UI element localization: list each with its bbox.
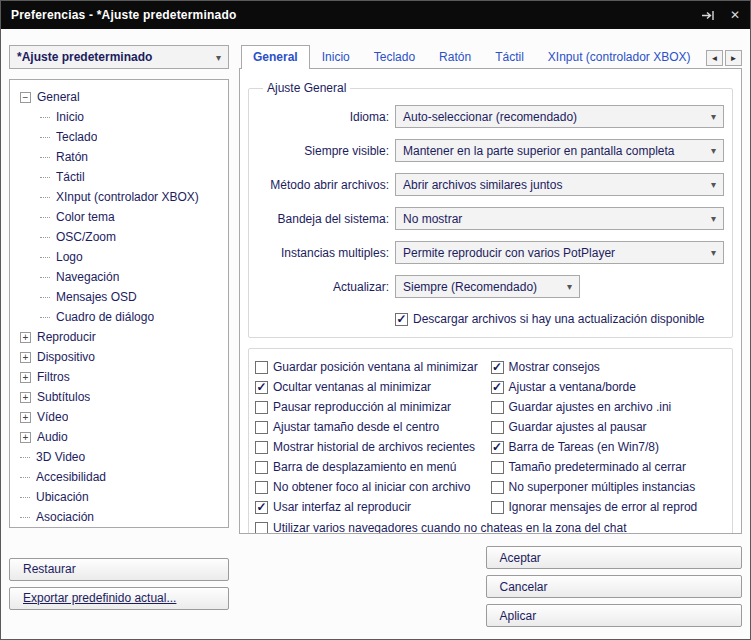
checkbox-unchecked-icon[interactable] [255,361,268,374]
exportar-predefinido-actual-button[interactable]: Exportar predefinido actual... [9,587,229,610]
checkbox-unchecked-icon[interactable] [491,501,504,514]
checkbox-ajustar-tamano-desde-el-centro[interactable]: Ajustar tamaño desde el centro [255,417,491,437]
preset-select[interactable]: *Ajuste predeterminado ▾ [9,45,229,69]
checkbox-usar-interfaz-al-reproducir[interactable]: ✓Usar interfaz al reproducir [255,497,491,517]
tree-item-color-tema[interactable]: Color tema [14,207,224,227]
tree-item-label: Cuadro de diálogo [56,310,154,324]
checkbox-pausar-reproduccion-al-minimizar[interactable]: Pausar reproducción al minimizar [255,397,491,417]
checkbox-checked-icon[interactable]: ✓ [255,381,268,394]
chevron-down-icon: ▾ [567,281,572,292]
tree-item-asociacion[interactable]: Asociación [14,507,224,527]
tree-item-dispositivo[interactable]: +Dispositivo [14,347,224,367]
checkbox-descargar-archivos-actualizacion[interactable]: ✓ Descargar archivos si hay una actualiz… [395,309,724,329]
checkbox-barra-de-tareas-en-win7-8[interactable]: ✓Barra de Tareas (en Win7/8) [491,437,727,457]
tree-item-filtros[interactable]: +Filtros [14,367,224,387]
tree-item-3d-video[interactable]: 3D Video [14,447,224,467]
aplicar-button[interactable]: Aplicar [486,604,743,627]
checkbox-guardar-posicion-ventana-al-minimizar[interactable]: Guardar posición ventana al minimizar [255,357,491,377]
tree-item-teclado[interactable]: Teclado [14,127,224,147]
expand-icon[interactable]: + [20,332,31,343]
tree-item-osc-zoom[interactable]: OSC/Zoom [14,227,224,247]
checkbox-ignorar-mensajes-de-error-al-reprod[interactable]: Ignorar mensajes de error al reprod [491,497,727,517]
tree-item-video[interactable]: +Vídeo [14,407,224,427]
tree-item-raton[interactable]: Ratón [14,147,224,167]
tree-item-configurar[interactable]: Configurar [14,527,224,528]
tree-item-mensajes-osd[interactable]: Mensajes OSD [14,287,224,307]
dropdown-bandeja-del-sistema[interactable]: No mostrar▾ [395,207,724,230]
checkbox-unchecked-icon[interactable] [491,421,504,434]
checkbox-checked-icon[interactable]: ✓ [491,361,504,374]
dropdown-instancias-multiples[interactable]: Permite reproducir con varios PotPlayer▾ [395,241,724,264]
tree-item-logo[interactable]: Logo [14,247,224,267]
restaurar-button[interactable]: Restaurar [9,558,229,581]
dropdown-idioma[interactable]: Auto-seleccionar (recomendado)▾ [395,105,724,128]
tree-item-subtitulos[interactable]: +Subtítulos [14,387,224,407]
tab-general[interactable]: General [241,45,310,69]
checkbox-checked-icon[interactable]: ✓ [491,441,504,454]
checkbox-guardar-ajustes-en-archivo-ini[interactable]: Guardar ajustes en archivo .ini [491,397,727,417]
checkbox-ocultar-ventanas-al-minimizar[interactable]: ✓Ocultar ventanas al minimizar [255,377,491,397]
tab-inicio[interactable]: Inicio [310,45,362,69]
checkbox-label: Guardar ajustes al pausar [509,420,647,434]
tree-item-xinput-controlador-xbox[interactable]: XInput (controlador XBOX) [14,187,224,207]
expand-icon[interactable]: + [20,372,31,383]
preferences-tree[interactable]: −GeneralInicioTecladoRatónTáctilXInput (… [9,79,229,528]
aceptar-button[interactable]: Aceptar [486,546,743,569]
checkbox-unchecked-icon[interactable] [255,401,268,414]
tab-tactil[interactable]: Táctil [483,45,536,69]
checkbox-barra-de-desplazamiento-en-menu[interactable]: Barra de desplazamiento en menú [255,457,491,477]
tree-item-label: Logo [56,250,83,264]
tree-item-general[interactable]: −General [14,87,224,107]
checkbox-label: Mostrar consejos [509,360,600,374]
tree-item-tactil[interactable]: Táctil [14,167,224,187]
dropdown-metodo-abrir-archivos[interactable]: Abrir archivos similares juntos▾ [395,173,724,196]
expand-icon[interactable]: + [20,392,31,403]
tree-item-cuadro-de-dialogo[interactable]: Cuadro de diálogo [14,307,224,327]
cancelar-button[interactable]: Cancelar [486,575,743,598]
checkbox-unchecked-icon[interactable] [491,461,504,474]
close-icon[interactable]: ✕ [730,9,740,21]
tab-scroll-arrows: ◄ ► [704,50,742,69]
checkbox-no-obtener-foco-al-iniciar-con-archivo[interactable]: No obtener foco al iniciar con archivo [255,477,491,497]
tab-scroll-right-button[interactable]: ► [725,50,742,66]
field-bandeja-del-sistema: Bandeja del sistema:No mostrar▾ [257,207,724,230]
checkbox-unchecked-icon[interactable] [255,522,268,535]
tree-item-label: Teclado [56,130,97,144]
tree-item-navegacion[interactable]: Navegación [14,267,224,287]
pin-on-top-icon[interactable] [701,10,716,21]
checkbox-checked-icon[interactable]: ✓ [395,313,408,326]
checkbox-unchecked-icon[interactable] [491,481,504,494]
checkbox-guardar-ajustes-al-pausar[interactable]: Guardar ajustes al pausar [491,417,727,437]
checkbox-unchecked-icon[interactable] [491,401,504,414]
tab-raton[interactable]: Ratón [427,45,483,69]
collapse-icon[interactable]: − [20,92,31,103]
checkbox-unchecked-icon[interactable] [255,441,268,454]
tree-item-audio[interactable]: +Audio [14,427,224,447]
tree-item-ubicacion[interactable]: Ubicación [14,487,224,507]
expand-icon[interactable]: + [20,352,31,363]
tab-xinput-controlador-xbox[interactable]: XInput (controlador XBOX) [536,45,703,69]
dropdown-siempre-visible[interactable]: Mantener en la parte superior en pantall… [395,139,724,162]
checkbox-tamano-predeterminado-al-cerrar[interactable]: Tamaño predeterminado al cerrar [491,457,727,477]
checkbox-utilizar-varios-navegadores[interactable]: Utilizar varios navegadores cuando no ch… [255,518,726,534]
checkbox-checked-icon[interactable]: ✓ [491,381,504,394]
checkbox-mostrar-historial-de-archivos-recientes[interactable]: Mostrar historial de archivos recientes [255,437,491,457]
checkbox-unchecked-icon[interactable] [255,461,268,474]
tree-item-inicio[interactable]: Inicio [14,107,224,127]
dropdown-actualizar[interactable]: Siempre (Recomendado)▾ [395,275,580,298]
expand-icon[interactable]: + [20,412,31,423]
tree-item-reproducir[interactable]: +Reproducir [14,327,224,347]
checkbox-unchecked-icon[interactable] [255,421,268,434]
titlebar[interactable]: Preferencias - *Ajuste predeterminado ✕ [1,1,750,29]
checkbox-unchecked-icon[interactable] [255,481,268,494]
expand-icon[interactable]: + [20,432,31,443]
checkbox-no-superponer-multiples-instancias[interactable]: No superponer múltiples instancias [491,477,727,497]
tree-connector [40,137,50,138]
dropdown-value: Mantener en la parte superior en pantall… [403,144,711,158]
tab-scroll-left-button[interactable]: ◄ [706,50,723,66]
tree-item-accesibilidad[interactable]: Accesibilidad [14,467,224,487]
checkbox-mostrar-consejos[interactable]: ✓Mostrar consejos [491,357,727,377]
checkbox-checked-icon[interactable]: ✓ [255,501,268,514]
checkbox-ajustar-a-ventana-borde[interactable]: ✓Ajustar a ventana/borde [491,377,727,397]
tab-teclado[interactable]: Teclado [362,45,427,69]
